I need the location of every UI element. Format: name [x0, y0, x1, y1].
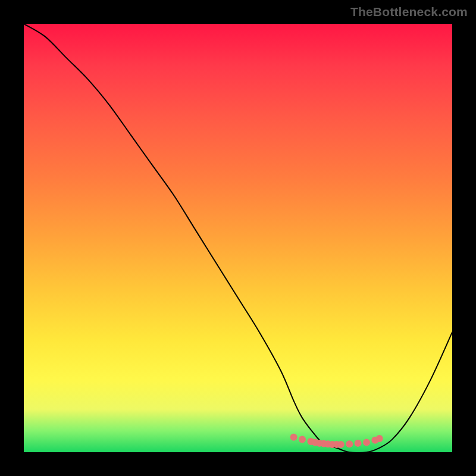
marker-dot [355, 440, 362, 447]
marker-dot [337, 441, 345, 448]
marker-dot [290, 434, 298, 441]
marker-dot [299, 436, 306, 443]
optimal-range-markers [290, 434, 383, 448]
chart-svg [24, 24, 452, 452]
bottleneck-curve [24, 24, 452, 452]
marker-dot [346, 440, 353, 447]
chart-container: TheBottleneck.com [0, 0, 476, 476]
plot-area [24, 24, 452, 452]
watermark-text: TheBottleneck.com [350, 5, 468, 19]
marker-dot [363, 439, 370, 446]
marker-dot [376, 435, 383, 442]
